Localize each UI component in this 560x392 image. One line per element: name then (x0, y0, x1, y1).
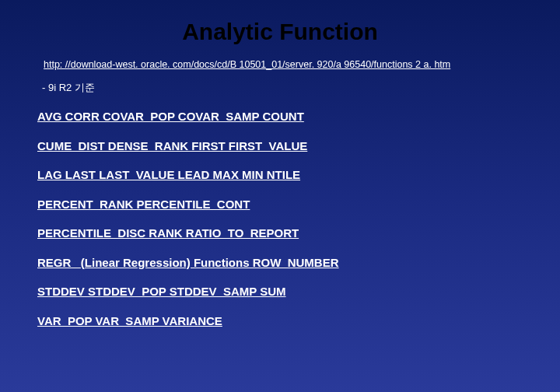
function-row: STDDEV STDDEV_POP STDDEV_SAMP SUM (37, 284, 523, 299)
function-row: CUME_DIST DENSE_RANK FIRST FIRST_VALUE (37, 138, 523, 154)
function-row: LAG LAST LAST_VALUE LEAD MAX MIN NTILE (37, 167, 523, 183)
reference-url[interactable]: http: //download-west. oracle. com/docs/… (44, 59, 523, 70)
function-row: PERCENT_RANK PERCENTILE_CONT (37, 197, 523, 212)
function-row: VAR_POP VAR_SAMP VARIANCE (37, 313, 523, 329)
slide-title: Analytic Function (37, 19, 523, 45)
function-row: REGR_ (Linear Regression) Functions ROW_… (37, 255, 523, 271)
function-row: AVG CORR COVAR_POP COVAR_SAMP COUNT (37, 109, 523, 124)
function-row: PERCENTILE_DISC RANK RATIO_TO_REPORT (37, 226, 523, 241)
version-note: - 9i R2 기준 (42, 81, 523, 95)
